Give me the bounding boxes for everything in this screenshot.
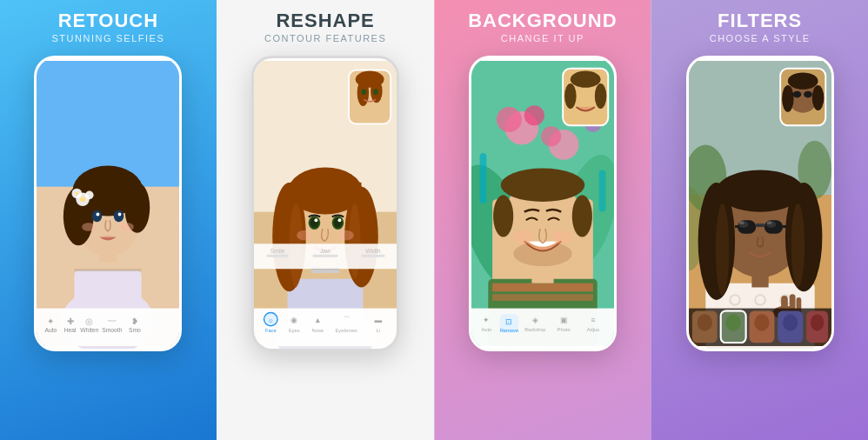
svg-text:≡: ≡ bbox=[591, 316, 595, 324]
svg-point-109 bbox=[571, 71, 601, 88]
background-header: BACKGROUND CHANGE IT UP bbox=[461, 0, 624, 50]
svg-text:◈: ◈ bbox=[532, 316, 538, 324]
reshape-screen: Smile Jaw Width ☺ Face ◉ Eyes ▲ Nose ⌒ bbox=[254, 58, 397, 349]
svg-text:✚: ✚ bbox=[67, 317, 74, 326]
svg-rect-20 bbox=[75, 269, 142, 271]
filters-screen bbox=[689, 58, 831, 349]
retouch-subtitle: STUNNING SELFIES bbox=[52, 33, 165, 43]
reshape-panel: RESHAPE CONTOUR FEATURES bbox=[217, 0, 434, 440]
svg-text:Heal: Heal bbox=[64, 327, 77, 333]
svg-text:▣: ▣ bbox=[559, 316, 567, 324]
svg-rect-143 bbox=[756, 223, 765, 227]
svg-point-51 bbox=[338, 219, 342, 223]
retouch-content: ✦ Auto ✚ Heal ◎ Whiten 〰 Smooth ❥ Smo bbox=[0, 50, 217, 440]
svg-text:⊡: ⊡ bbox=[505, 317, 512, 326]
svg-point-101 bbox=[493, 196, 513, 237]
svg-text:❥: ❥ bbox=[131, 317, 138, 326]
svg-point-13 bbox=[76, 192, 79, 196]
svg-text:✦: ✦ bbox=[483, 316, 490, 324]
svg-point-89 bbox=[541, 126, 561, 146]
filters-panel: FILTERS CHOOSE A STYLE bbox=[651, 0, 868, 440]
svg-text:Smooth: Smooth bbox=[103, 327, 124, 333]
reshape-subtitle: CONTOUR FEATURES bbox=[264, 33, 386, 43]
background-phone: ✦ Auto ⊡ Remove ◈ Backdrop ▣ Photo ≡ Adj… bbox=[469, 56, 617, 351]
svg-text:Backdrop: Backdrop bbox=[524, 327, 545, 332]
svg-point-166 bbox=[725, 315, 740, 331]
svg-text:Li: Li bbox=[377, 328, 380, 333]
svg-point-52 bbox=[297, 230, 311, 241]
svg-text:◉: ◉ bbox=[290, 316, 297, 324]
svg-rect-149 bbox=[783, 225, 787, 228]
reshape-title: RESHAPE bbox=[264, 10, 386, 31]
svg-point-147 bbox=[766, 221, 771, 224]
svg-text:◎: ◎ bbox=[86, 317, 94, 326]
svg-text:▬: ▬ bbox=[375, 316, 383, 324]
background-screen: ✦ Auto ⊡ Remove ◈ Backdrop ▣ Photo ≡ Adj… bbox=[471, 58, 614, 349]
svg-rect-68 bbox=[362, 255, 385, 257]
retouch-illustration: ✦ Auto ✚ Heal ◎ Whiten 〰 Smooth ❥ Smo bbox=[37, 58, 179, 349]
reshape-phone: Smile Jaw Width ☺ Face ◉ Eyes ▲ Nose ⌒ bbox=[251, 56, 399, 351]
retouch-phone: ✦ Auto ✚ Heal ◎ Whiten 〰 Smooth ❥ Smo bbox=[34, 56, 182, 351]
filters-content bbox=[651, 50, 868, 440]
svg-text:▲: ▲ bbox=[314, 316, 322, 324]
retouch-screen: ✦ Auto ✚ Heal ◎ Whiten 〰 Smooth ❥ Smo bbox=[37, 58, 179, 349]
svg-text:Whiten: Whiten bbox=[81, 327, 99, 333]
svg-text:Auto: Auto bbox=[481, 327, 491, 332]
svg-text:Jaw: Jaw bbox=[320, 248, 331, 254]
svg-text:Photo: Photo bbox=[557, 327, 570, 332]
filters-illustration bbox=[689, 58, 831, 349]
svg-text:✦: ✦ bbox=[48, 317, 55, 326]
svg-point-104 bbox=[513, 230, 533, 243]
svg-text:☺: ☺ bbox=[268, 317, 274, 323]
svg-point-159 bbox=[811, 85, 824, 110]
svg-text:Face: Face bbox=[265, 328, 277, 333]
svg-rect-161 bbox=[804, 91, 812, 98]
filters-title: FILTERS bbox=[710, 10, 811, 31]
reshape-illustration: Smile Jaw Width ☺ Face ◉ Eyes ▲ Nose ⌒ bbox=[254, 58, 397, 349]
svg-point-140 bbox=[791, 203, 804, 287]
svg-rect-160 bbox=[792, 91, 801, 98]
reshape-content: Smile Jaw Width ☺ Face ◉ Eyes ▲ Nose ⌒ bbox=[217, 50, 434, 440]
svg-text:Adjus: Adjus bbox=[587, 327, 600, 332]
svg-point-87 bbox=[524, 105, 544, 125]
svg-text:Remove: Remove bbox=[500, 328, 518, 333]
svg-text:⌒: ⌒ bbox=[343, 316, 351, 324]
svg-point-158 bbox=[782, 85, 794, 112]
svg-point-100 bbox=[501, 169, 584, 203]
svg-point-15 bbox=[114, 210, 124, 223]
background-title: BACKGROUND bbox=[468, 10, 617, 31]
svg-point-60 bbox=[362, 90, 367, 96]
svg-point-157 bbox=[787, 73, 818, 90]
retouch-panel: RETOUCH STUNNING SELFIES bbox=[0, 0, 217, 440]
svg-point-146 bbox=[739, 221, 744, 224]
svg-rect-148 bbox=[735, 225, 739, 228]
svg-text:Smo: Smo bbox=[129, 327, 141, 333]
svg-point-105 bbox=[551, 230, 571, 243]
svg-point-17 bbox=[118, 213, 122, 217]
svg-point-11 bbox=[85, 191, 94, 200]
svg-point-53 bbox=[339, 230, 354, 241]
background-illustration: ✦ Auto ⊡ Remove ◈ Backdrop ▣ Photo ≡ Adj… bbox=[471, 58, 614, 349]
svg-rect-97 bbox=[492, 294, 593, 301]
svg-point-61 bbox=[373, 90, 378, 96]
svg-point-170 bbox=[783, 315, 798, 331]
svg-point-12 bbox=[81, 197, 86, 202]
svg-text:Width: Width bbox=[365, 248, 381, 254]
svg-rect-38 bbox=[311, 270, 340, 273]
svg-point-164 bbox=[697, 315, 711, 331]
svg-rect-93 bbox=[599, 170, 606, 212]
svg-text:〰: 〰 bbox=[108, 317, 117, 326]
filters-header: FILTERS CHOOSE A STYLE bbox=[703, 0, 818, 50]
svg-rect-43 bbox=[290, 183, 362, 199]
svg-point-172 bbox=[811, 315, 824, 331]
reshape-header: RESHAPE CONTOUR FEATURES bbox=[257, 0, 393, 50]
svg-text:Auto: Auto bbox=[45, 327, 57, 333]
background-content: ✦ Auto ⊡ Remove ◈ Backdrop ▣ Photo ≡ Adj… bbox=[435, 50, 651, 440]
svg-rect-96 bbox=[492, 283, 593, 292]
svg-point-16 bbox=[97, 213, 100, 217]
svg-point-111 bbox=[595, 83, 607, 109]
svg-rect-66 bbox=[267, 255, 289, 257]
background-subtitle: CHANGE IT UP bbox=[468, 33, 617, 43]
svg-point-168 bbox=[754, 315, 769, 331]
svg-text:Nose: Nose bbox=[312, 328, 324, 333]
